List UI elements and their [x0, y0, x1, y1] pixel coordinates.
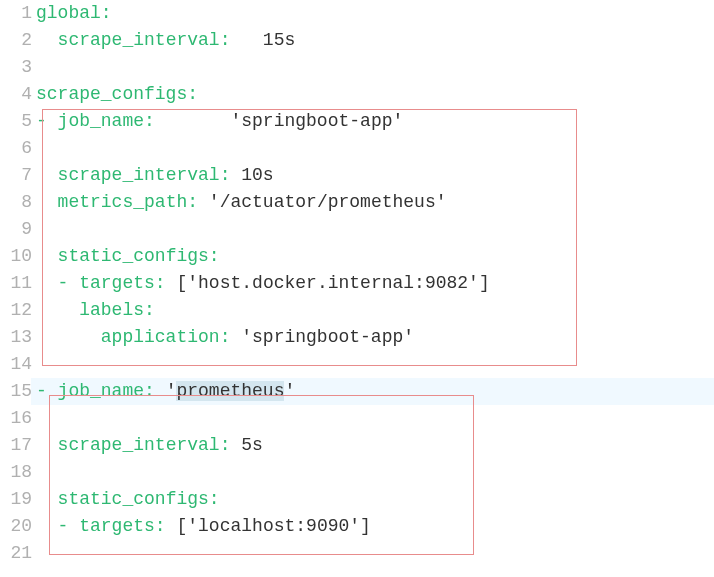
yaml-key: targets: — [79, 516, 165, 536]
yaml-key: scrape_interval: — [58, 165, 231, 185]
code-line: 10 static_configs: — [0, 243, 714, 270]
yaml-key: job_name: — [58, 381, 155, 401]
yaml-string: 'host.docker.internal:9082' — [187, 273, 479, 293]
yaml-key: global: — [36, 3, 112, 23]
code-line: 12 labels: — [0, 297, 714, 324]
code-line: 17 scrape_interval: 5s — [0, 432, 714, 459]
yaml-value: 10s — [241, 165, 273, 185]
code-line: 15 - job_name: 'prometheus' — [0, 378, 714, 405]
yaml-key: scrape_interval: — [58, 435, 231, 455]
line-number: 10 — [0, 243, 36, 270]
yaml-key: job_name: — [58, 111, 155, 131]
code-line: 16 — [0, 405, 714, 432]
code-content: - targets: ['localhost:9090'] — [36, 513, 371, 540]
bracket: ] — [479, 273, 490, 293]
code-line: 14 — [0, 351, 714, 378]
line-number: 7 — [0, 162, 36, 189]
code-content: global: — [36, 0, 112, 27]
line-number: 1 — [0, 0, 36, 27]
line-number: 16 — [0, 405, 36, 432]
selected-text: prometheus — [176, 381, 284, 401]
code-content: scrape_interval: 10s — [36, 162, 274, 189]
line-number: 11 — [0, 270, 36, 297]
yaml-string: '/actuator/prometheus' — [209, 192, 447, 212]
code-content: scrape_configs: — [36, 81, 198, 108]
code-content: static_configs: — [36, 486, 220, 513]
code-line: 6 — [0, 135, 714, 162]
code-line: 8 metrics_path: '/actuator/prometheus' — [0, 189, 714, 216]
yaml-key: static_configs: — [58, 489, 220, 509]
line-number: 12 — [0, 297, 36, 324]
line-number: 21 — [0, 540, 36, 567]
code-content: scrape_interval: 5s — [36, 432, 263, 459]
line-number: 17 — [0, 432, 36, 459]
yaml-key: targets: — [79, 273, 165, 293]
line-number: 15 — [0, 378, 36, 405]
yaml-key: application: — [101, 327, 231, 347]
code-line: 5 - job_name: 'springboot-app' — [0, 108, 714, 135]
yaml-string: 'springboot-app' — [230, 111, 403, 131]
line-number: 13 — [0, 324, 36, 351]
yaml-dash: - — [58, 516, 80, 536]
yaml-value: 5s — [241, 435, 263, 455]
line-number: 20 — [0, 513, 36, 540]
code-line: 2 scrape_interval: 15s — [0, 27, 714, 54]
code-content: metrics_path: '/actuator/prometheus' — [36, 189, 447, 216]
yaml-dash: - — [36, 111, 58, 131]
code-content: labels: — [36, 297, 155, 324]
code-content: application: 'springboot-app' — [36, 324, 414, 351]
quote: ' — [166, 381, 177, 401]
code-content: scrape_interval: 15s — [36, 27, 295, 54]
yaml-key: metrics_path: — [58, 192, 198, 212]
yaml-dash: - — [36, 381, 58, 401]
yaml-dash: - — [58, 273, 80, 293]
yaml-string: 'springboot-app' — [241, 327, 414, 347]
line-number: 2 — [0, 27, 36, 54]
line-number: 3 — [0, 54, 36, 81]
yaml-key: labels: — [79, 300, 155, 320]
code-line: 21 — [0, 540, 714, 567]
code-content: - job_name: 'prometheus' — [36, 378, 295, 405]
code-editor[interactable]: 1 global: 2 scrape_interval: 15s 3 4 scr… — [0, 0, 714, 567]
line-number: 9 — [0, 216, 36, 243]
bracket: ] — [360, 516, 371, 536]
code-line: 3 — [0, 54, 714, 81]
quote: ' — [284, 381, 295, 401]
line-number: 4 — [0, 81, 36, 108]
line-number: 5 — [0, 108, 36, 135]
line-number: 19 — [0, 486, 36, 513]
code-content: static_configs: — [36, 243, 220, 270]
line-number: 6 — [0, 135, 36, 162]
code-line: 20 - targets: ['localhost:9090'] — [0, 513, 714, 540]
code-line: 4 scrape_configs: — [0, 81, 714, 108]
code-content: - job_name: 'springboot-app' — [36, 108, 403, 135]
code-line: 18 — [0, 459, 714, 486]
yaml-key: static_configs: — [58, 246, 220, 266]
code-line: 11 - targets: ['host.docker.internal:908… — [0, 270, 714, 297]
code-line: 19 static_configs: — [0, 486, 714, 513]
code-line: 9 — [0, 216, 714, 243]
bracket: [ — [176, 273, 187, 293]
line-number: 8 — [0, 189, 36, 216]
line-number: 18 — [0, 459, 36, 486]
bracket: [ — [176, 516, 187, 536]
code-content: - targets: ['host.docker.internal:9082'] — [36, 270, 490, 297]
yaml-key: scrape_interval: — [58, 30, 231, 50]
code-line: 1 global: — [0, 0, 714, 27]
yaml-key: scrape_configs: — [36, 84, 198, 104]
line-number: 14 — [0, 351, 36, 378]
yaml-string: 'localhost:9090' — [187, 516, 360, 536]
yaml-value: 15s — [263, 30, 295, 50]
code-line: 13 application: 'springboot-app' — [0, 324, 714, 351]
code-line: 7 scrape_interval: 10s — [0, 162, 714, 189]
